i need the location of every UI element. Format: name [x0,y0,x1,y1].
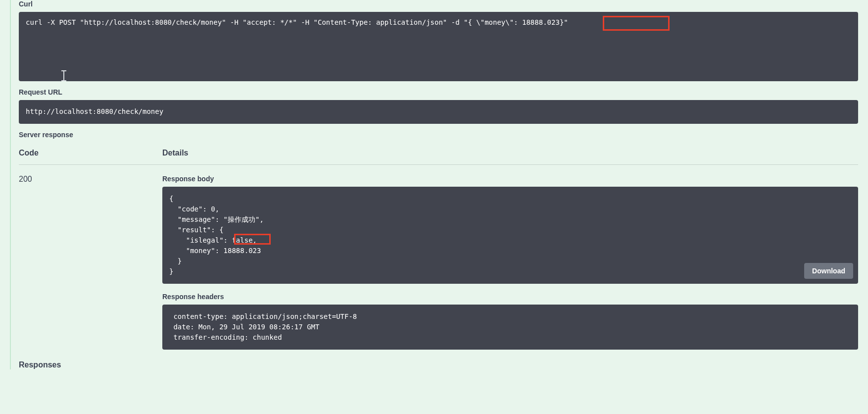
curl-command-text: curl -X POST "http://localhost:8080/chec… [26,18,568,26]
text-cursor-icon [61,70,66,81]
curl-section-label: Curl [19,0,858,8]
response-details: Response body { "code": 0, "message": "操… [162,175,858,350]
response-row: 200 Response body { "code": 0, "message"… [19,175,858,350]
request-url-text: http://localhost:8080/check/money [26,107,163,115]
response-table-header: Code Details [19,149,858,165]
server-response-section-label: Server response [19,131,858,139]
download-button[interactable]: Download [804,263,853,279]
request-url-section-label: Request URL [19,88,858,96]
request-url-block[interactable]: http://localhost:8080/check/money [19,100,858,124]
response-headers-block[interactable]: content-type: application/json;charset=U… [162,305,858,350]
response-body-text: { "code": 0, "message": "操作成功", "result"… [169,195,264,275]
code-column-header: Code [19,149,162,157]
response-body-label: Response body [162,175,858,183]
curl-command-block[interactable]: curl -X POST "http://localhost:8080/chec… [19,12,858,81]
status-code: 200 [19,175,162,350]
highlight-annotation-curl [603,16,670,31]
details-column-header: Details [162,149,858,157]
response-body-block[interactable]: { "code": 0, "message": "操作成功", "result"… [162,187,858,284]
response-headers-text: content-type: application/json;charset=U… [169,312,361,341]
response-headers-label: Response headers [162,293,858,301]
swagger-response-panel: Curl curl -X POST "http://localhost:8080… [10,0,858,369]
responses-section-label: Responses [19,361,858,369]
